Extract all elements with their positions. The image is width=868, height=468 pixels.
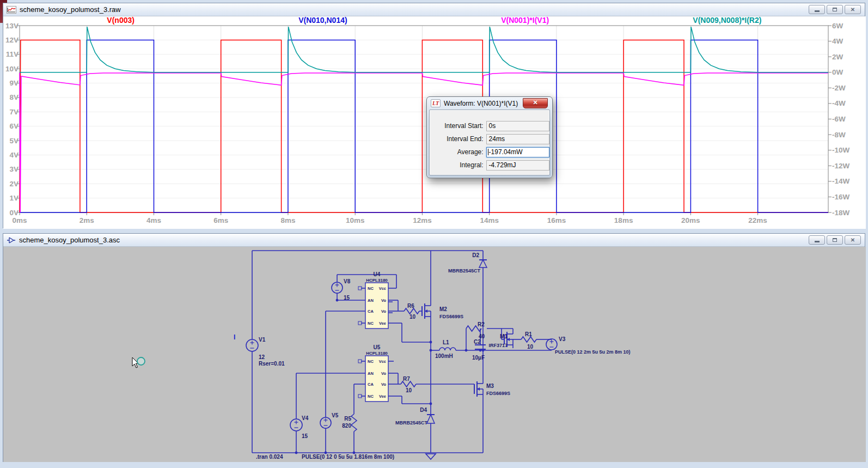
schematic-label: M2 [439,306,447,312]
schematic-label: .tran 0.024 [256,454,283,460]
schematic-label: CA [368,309,374,314]
schematic-label: Vo [381,298,386,303]
left-axis-tick: 6V [9,122,19,130]
interval-start-label: Interval Start: [430,122,486,130]
schematic-window-title: scheme_kosoy_polumost_3.asc [19,236,120,244]
x-axis-tick: 14ms [480,216,499,224]
schematic-label: AN [368,298,374,303]
average-field[interactable]: -197.04mW [486,147,549,157]
schematic-label: FDS6699S [486,391,510,396]
left-axis-tick: 1V [9,194,19,202]
close-button[interactable]: ✕ [845,5,861,14]
right-axis-tick: -4W [832,99,846,107]
close-icon: ✕ [851,238,855,243]
schematic-label: U4 [374,271,381,277]
schematic-label: FDS6699S [439,314,463,319]
schematic-label: V3 [559,336,566,342]
right-axis-tick: -2W [832,84,846,92]
restore-button[interactable] [827,5,843,14]
x-axis-tick: 10ms [346,216,365,224]
schematic-label: C2 [474,339,481,345]
schematic-icon [7,236,16,244]
right-axis-tick: -10W [832,146,850,154]
schematic-label: U5 [374,344,381,350]
left-axis-tick: 3V [9,165,19,173]
schematic-label: Vee [379,394,386,399]
left-axis-tick: 0V [9,209,19,217]
left-axis-tick: 10V [5,65,19,73]
close-button[interactable]: ✕ [845,235,861,245]
schematic-label: 12 [259,354,265,360]
schematic-label: 820 [342,423,351,429]
schematic-label: Vo [381,371,386,376]
minimize-button[interactable] [809,235,825,245]
schematic-label: 10 [527,344,534,350]
waveform-icon [7,6,16,14]
schematic-label: D4 [420,407,427,413]
average-row: Average: -197.04mW [430,145,549,159]
interval-start-row: Interval Start: 0s [430,119,549,132]
x-axis-tick: 8ms [280,216,295,224]
x-axis-tick: 20ms [681,216,700,224]
schematic-label: NC [368,359,374,364]
integral-label: Integral: [430,161,486,169]
schematic-label: Vo [381,309,386,314]
interval-start-field[interactable]: 0s [486,121,549,131]
schematic-label: 15 [344,295,350,301]
schematic-label: AN [368,371,374,376]
schematic-label: V1 [259,337,266,343]
restore-icon [833,8,837,11]
right-axis-tick: -16W [832,193,850,201]
schematic-label: Vcc [379,286,386,291]
schematic-label: V5 [332,412,339,418]
trace-label[interactable]: V(N001)*I(V1) [501,16,549,25]
schematic-label: 100mH [435,353,453,359]
schematic-window-titlebar[interactable]: scheme_kosoy_polumost_3.asc ✕ [3,234,865,247]
left-axis-tick: 4V [9,151,19,159]
schematic-label: MBRB2545CT [395,420,428,426]
waveform-window-title: scheme_kosoy_polumost_3.raw [20,5,121,14]
schematic-label: NC [368,394,374,399]
x-axis-tick: 6ms [213,216,228,224]
right-axis-tick: 4W [832,37,843,45]
cursor-circle-icon [137,357,145,365]
minimize-button[interactable] [809,5,825,14]
schematic-label: CA [368,382,374,387]
left-axis-tick: 5V [9,137,19,145]
schematic-label: I [234,333,235,341]
schematic-label: Vo [381,382,386,387]
schematic-label: NC [368,286,374,291]
schematic-label: HCPL3180 [366,278,388,283]
dialog-close-button[interactable]: ✕ [523,98,548,108]
schematic-label: R7 [403,376,410,382]
waveform-stats-dialog: LT Waveform: V(N001)*I(V1) ✕ Interval St… [426,96,553,178]
ltspice-logo-icon: LT [431,99,441,107]
schematic-label: R1 [525,331,532,337]
schematic-label: NC [368,321,374,326]
left-axis-tick: 12V [5,36,19,44]
left-axis-tick: 13V [5,22,19,30]
left-axis-tick: 9V [9,79,19,87]
left-axis-tick: 11V [6,50,19,58]
schematic-canvas[interactable]: V112Rser=0.01V815U4HCPL3180U5HCPL3180R61… [3,247,866,464]
schematic-label: 10µF [472,355,485,361]
waveform-window-titlebar[interactable]: scheme_kosoy_polumost_3.raw ✕ [3,3,865,16]
trace-label[interactable]: V(n003) [107,16,135,25]
schematic-label: PULSE(0 12 2m 5u 5u 2m 8m 10) [555,349,631,355]
schematic-label: V4 [302,415,309,421]
trace-label[interactable]: V(N009,N008)*I(R2) [693,16,761,25]
trace-label[interactable]: V(N010,N014) [298,16,347,25]
integral-field[interactable]: -4.729mJ [486,160,549,171]
right-axis-tick: -6W [832,115,846,123]
right-axis-tick: 2W [832,53,843,61]
left-axis-tick: 2V [9,180,19,188]
integral-row: Integral: -4.729mJ [430,159,549,172]
schematic-label: R2 [478,321,485,327]
interval-end-field[interactable]: 24ms [486,134,549,144]
restore-button[interactable] [827,235,843,245]
schematic-label: 15 [302,433,308,439]
schematic-label: R5 [344,416,351,422]
right-axis-tick: -8W [832,131,846,139]
close-icon: ✕ [851,7,855,13]
interval-end-row: Interval End: 24ms [430,132,549,145]
